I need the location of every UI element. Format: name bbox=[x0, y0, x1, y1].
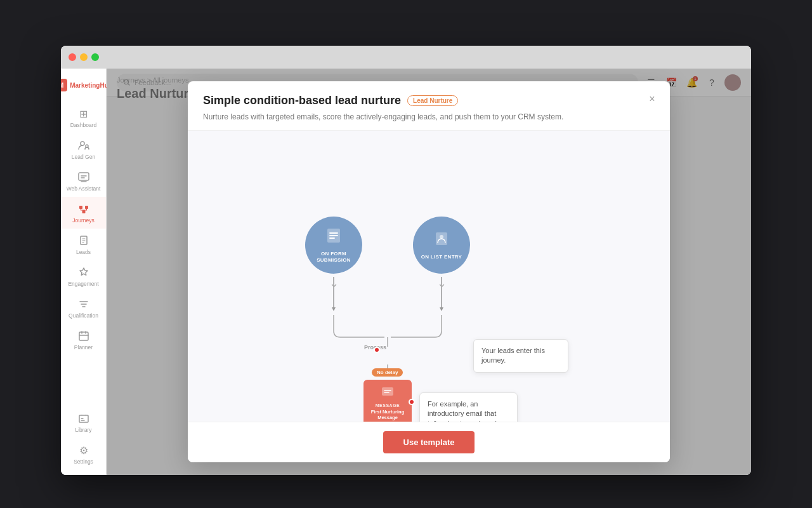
svg-rect-2 bbox=[79, 173, 89, 180]
modal-footer: Use template bbox=[188, 422, 670, 462]
sidebar-label-qualification: Qualification bbox=[69, 312, 98, 319]
tooltip-journey-enter: Your leads enter this journey. bbox=[473, 339, 568, 373]
app-layout: M MarketingHub ⊞ Dashboard Lead Gen Web … bbox=[61, 69, 751, 475]
sidebar-label-planner: Planner bbox=[74, 344, 93, 351]
svg-marker-11 bbox=[440, 307, 443, 311]
modal-close-button[interactable]: × bbox=[645, 91, 660, 107]
svg-rect-3 bbox=[79, 206, 82, 209]
sidebar-item-engagement[interactable]: Engagement bbox=[61, 260, 106, 292]
modal-overlay: Simple condition-based lead nurture Lead… bbox=[107, 69, 751, 475]
settings-icon: ⚙ bbox=[77, 443, 91, 457]
sidebar-item-planner[interactable]: Planner bbox=[61, 324, 106, 356]
chevron-down-icon-2: ⌄ bbox=[437, 276, 447, 290]
svg-rect-5 bbox=[82, 210, 85, 213]
red-dot-process bbox=[374, 347, 380, 353]
trigger-circle-form: ON FORMSUBMISSION bbox=[305, 217, 362, 274]
browser-window: M MarketingHub ⊞ Dashboard Lead Gen Web … bbox=[61, 46, 751, 475]
svg-point-18 bbox=[440, 235, 443, 239]
sidebar-label-leads: Leads bbox=[76, 249, 91, 255]
step-name-message: First Nurturing Message bbox=[369, 409, 407, 420]
main-content: Feedback... ☰ 📅 🔔 1 ? Journeys > All jou… bbox=[107, 69, 751, 475]
dashboard-icon: ⊞ bbox=[77, 107, 91, 121]
tooltip-enter-text: Your leads enter this journey. bbox=[481, 347, 545, 364]
modal-badge: Lead Nurture bbox=[407, 95, 458, 106]
svg-rect-4 bbox=[85, 206, 88, 209]
trigger-circle-list: ON LIST ENTRY bbox=[413, 217, 470, 274]
logo-icon: M bbox=[61, 79, 67, 91]
planner-icon bbox=[77, 329, 91, 343]
sidebar-item-qualification[interactable]: Qualification bbox=[61, 292, 106, 324]
lead-gen-icon bbox=[77, 138, 91, 152]
tooltip-message-text: For example, an introductory email that … bbox=[428, 400, 499, 422]
sidebar-item-lead-gen[interactable]: Lead Gen bbox=[61, 133, 106, 165]
svg-rect-19 bbox=[382, 387, 393, 396]
flow-diagram: ON FORMSUBMISSION ⌄ ON LIST bbox=[200, 144, 657, 422]
trigger-list-label: ON LIST ENTRY bbox=[421, 254, 462, 260]
qualification-icon bbox=[77, 297, 91, 311]
step-type-message: MESSAGE bbox=[376, 403, 400, 408]
tooltip-message: For example, an introductory email that … bbox=[419, 392, 518, 422]
browser-dot-yellow[interactable] bbox=[80, 53, 88, 61]
svg-marker-10 bbox=[332, 307, 336, 311]
modal-header: Simple condition-based lead nurture Lead… bbox=[188, 81, 670, 131]
sidebar-item-web-assistant[interactable]: Web Assistant bbox=[61, 165, 106, 197]
sidebar-item-library[interactable]: Library bbox=[61, 406, 106, 438]
sidebar-item-dashboard[interactable]: ⊞ Dashboard bbox=[61, 102, 106, 133]
modal-title-row: Simple condition-based lead nurture Lead… bbox=[203, 94, 655, 107]
modal-description: Nurture leads with targeted emails, scor… bbox=[203, 111, 655, 123]
modal-body: ON FORMSUBMISSION ⌄ ON LIST bbox=[188, 131, 670, 422]
step-more-message: ... bbox=[385, 421, 390, 422]
trigger-list-entry[interactable]: ON LIST ENTRY ⌄ bbox=[413, 217, 470, 290]
svg-rect-8 bbox=[79, 415, 88, 422]
engagement-icon bbox=[77, 265, 91, 279]
message-step-node[interactable]: MESSAGE First Nurturing Message ... bbox=[363, 380, 412, 422]
journeys-icon bbox=[77, 202, 91, 216]
message-icon bbox=[381, 385, 395, 402]
web-assistant-icon bbox=[77, 170, 91, 184]
sidebar-label-engagement: Engagement bbox=[68, 281, 98, 287]
sidebar-label-lead-gen: Lead Gen bbox=[72, 154, 95, 160]
svg-rect-7 bbox=[79, 332, 88, 340]
sidebar-item-journeys[interactable]: Journeys bbox=[61, 197, 106, 229]
message-card[interactable]: MESSAGE First Nurturing Message ... bbox=[363, 380, 412, 422]
chevron-down-icon: ⌄ bbox=[329, 276, 339, 290]
sidebar-item-leads[interactable]: Leads bbox=[61, 229, 106, 260]
leads-icon bbox=[77, 234, 91, 248]
trigger-form-label: ON FORMSUBMISSION bbox=[317, 251, 351, 264]
red-dot-message bbox=[409, 399, 415, 405]
browser-dot-green[interactable] bbox=[91, 53, 99, 61]
form-icon bbox=[325, 227, 343, 248]
template-modal: Simple condition-based lead nurture Lead… bbox=[188, 81, 670, 462]
app-name: MarketingHub bbox=[70, 82, 112, 89]
sidebar-label-dashboard: Dashboard bbox=[70, 122, 97, 128]
browser-chrome bbox=[61, 46, 751, 69]
trigger-form-submission[interactable]: ON FORMSUBMISSION ⌄ bbox=[305, 217, 362, 290]
use-template-button[interactable]: Use template bbox=[383, 431, 475, 453]
sidebar-label-settings: Settings bbox=[74, 458, 93, 465]
delay-tag-step1: No delay bbox=[372, 368, 403, 378]
sidebar: M MarketingHub ⊞ Dashboard Lead Gen Web … bbox=[61, 69, 107, 475]
sidebar-item-settings[interactable]: ⚙ Settings bbox=[61, 438, 106, 470]
sidebar-label-journeys: Journeys bbox=[72, 217, 95, 224]
sidebar-label-library: Library bbox=[75, 427, 92, 433]
browser-dot-red[interactable] bbox=[69, 53, 76, 61]
sidebar-label-web-assistant: Web Assistant bbox=[67, 185, 101, 192]
modal-title: Simple condition-based lead nurture bbox=[203, 94, 401, 107]
library-icon bbox=[77, 411, 91, 425]
svg-point-0 bbox=[81, 142, 84, 145]
no-delay-badge: No delay bbox=[372, 368, 403, 377]
list-icon bbox=[433, 230, 450, 251]
